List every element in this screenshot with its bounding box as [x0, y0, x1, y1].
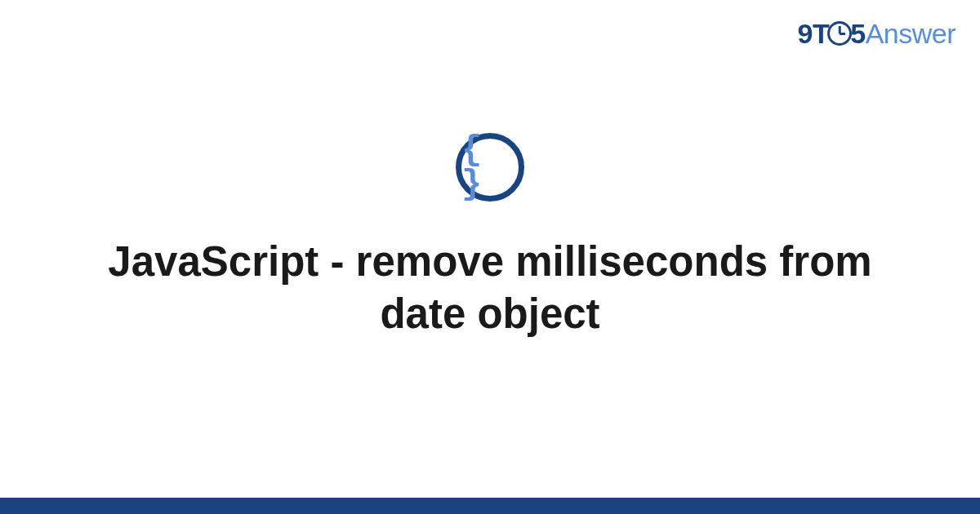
main-content: { } JavaScript - remove milliseconds fro…: [0, 0, 980, 498]
page-title: JavaScript - remove milliseconds from da…: [61, 236, 919, 340]
footer-bar: [0, 498, 980, 514]
braces-glyph: { }: [461, 133, 519, 202]
code-braces-icon: { }: [456, 133, 524, 202]
